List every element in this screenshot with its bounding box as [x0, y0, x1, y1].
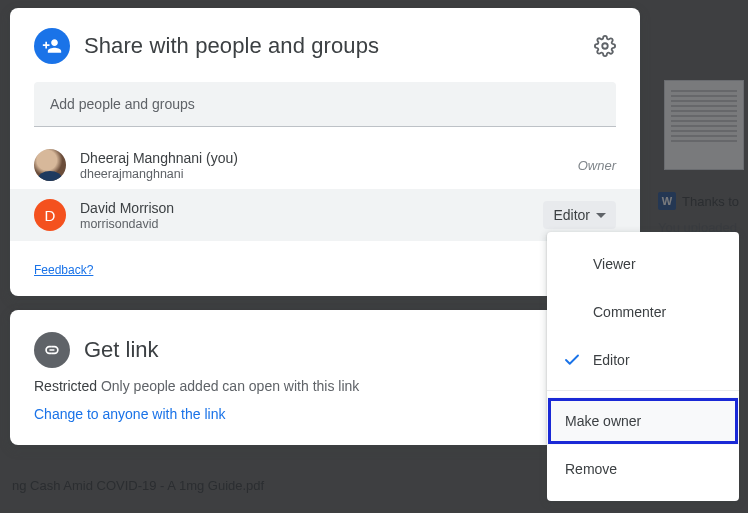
svg-point-0: [602, 43, 608, 49]
menu-separator: [547, 390, 739, 391]
change-link-access[interactable]: Change to anyone with the link: [34, 406, 225, 422]
feedback-link[interactable]: Feedback?: [34, 263, 93, 277]
share-dialog: Share with people and groups Add people …: [10, 8, 640, 296]
chevron-down-icon: [596, 213, 606, 218]
share-title: Share with people and groups: [84, 33, 594, 59]
getlink-dialog: Get link Restricted Only people added ca…: [10, 310, 640, 445]
person-email: morrisondavid: [80, 217, 543, 231]
role-dropdown-button[interactable]: Editor: [543, 201, 616, 229]
role-option-make-owner[interactable]: Make owner: [547, 397, 739, 445]
role-option-viewer[interactable]: Viewer: [547, 240, 739, 288]
role-label: Editor: [553, 207, 590, 223]
link-icon: [34, 332, 70, 368]
role-option-commenter[interactable]: Commenter: [547, 288, 739, 336]
person-row-collaborator[interactable]: D David Morrison morrisondavid Editor: [10, 189, 640, 241]
person-email: dheerajmanghnani: [80, 167, 578, 181]
owner-label: Owner: [578, 158, 616, 173]
person-name: David Morrison: [80, 200, 543, 216]
avatar: [34, 149, 66, 181]
role-option-remove[interactable]: Remove: [547, 445, 739, 493]
check-icon: [563, 351, 581, 369]
add-people-input[interactable]: Add people and groups: [34, 82, 616, 127]
person-name: Dheeraj Manghnani (you): [80, 150, 578, 166]
person-row-owner: Dheeraj Manghnani (you) dheerajmanghnani…: [34, 141, 616, 189]
share-people-icon: [34, 28, 70, 64]
restricted-text: Restricted Only people added can open wi…: [34, 378, 616, 394]
getlink-title: Get link: [84, 337, 159, 363]
gear-icon[interactable]: [594, 35, 616, 57]
role-option-editor[interactable]: Editor: [547, 336, 739, 384]
avatar: D: [34, 199, 66, 231]
role-dropdown-menu: Viewer Commenter Editor Make owner Remov…: [547, 232, 739, 501]
